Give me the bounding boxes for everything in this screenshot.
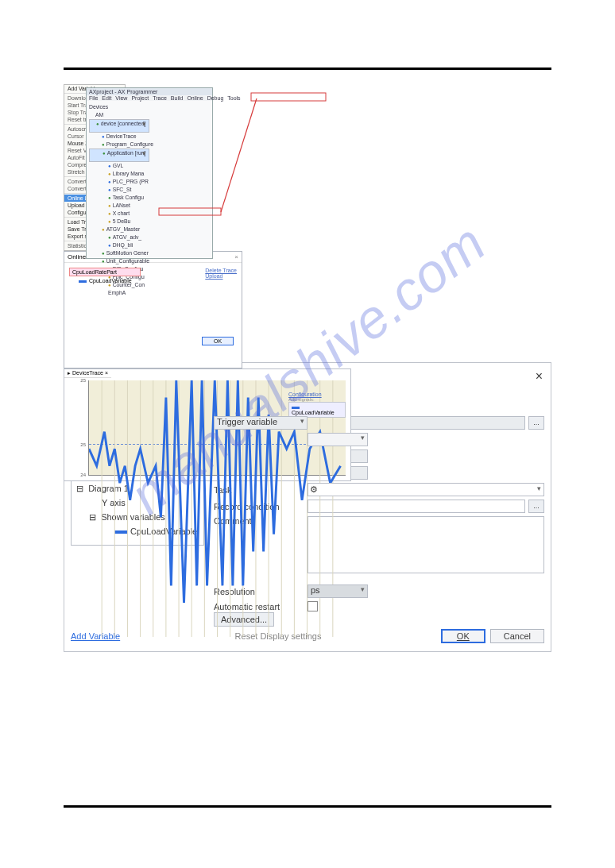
- online-list-item[interactable]: CpuLoadRatePart: [69, 268, 141, 276]
- browse-button[interactable]: ...: [528, 500, 544, 513]
- tree-item[interactable]: device [connected]: [89, 119, 149, 133]
- menu-item[interactable]: Edit: [102, 95, 111, 101]
- trigger-variable-dropdown[interactable]: Trigger variable: [214, 416, 308, 430]
- task-dropdown[interactable]: ⚙▾: [308, 483, 544, 496]
- menu-item[interactable]: Tools: [227, 95, 240, 101]
- trace-config-link[interactable]: Configuration: [288, 392, 346, 397]
- menu-item[interactable]: Trace: [153, 95, 167, 101]
- online-list-sub: CpuLoadVariable: [79, 278, 132, 284]
- tree-item[interactable]: Task Configu: [89, 194, 210, 202]
- ide-panel: AXproject - AX Programmer FileEditViewPr…: [86, 87, 213, 259]
- tree-item[interactable]: DeviceTrace: [89, 133, 210, 141]
- close-icon[interactable]: ×: [536, 369, 543, 384]
- tree-item[interactable]: X chart: [89, 210, 210, 218]
- screenshot-collage: AXproject - AX Programmer FileEditViewPr…: [64, 84, 551, 338]
- tree-item[interactable]: SFC_St: [89, 186, 210, 194]
- tree-item[interactable]: Application [run]: [89, 149, 149, 162]
- tree-item[interactable]: PLC_PRG (PR: [89, 178, 210, 186]
- resolution-dropdown[interactable]: ps: [308, 584, 368, 598]
- menu-item[interactable]: Online: [187, 95, 203, 101]
- ok-button[interactable]: OK: [202, 337, 234, 345]
- menu-item[interactable]: File: [89, 95, 98, 101]
- online-list-dialog: Online List × CpuLoadRatePart CpuLoadVar…: [64, 251, 242, 368]
- tree-item[interactable]: SoftMotion Gener: [89, 249, 210, 257]
- ide-menubar[interactable]: FileEditViewProjectTraceBuildOnlineDebug…: [87, 95, 212, 101]
- svg-rect-2: [251, 93, 326, 101]
- cancel-button[interactable]: Cancel: [490, 629, 544, 643]
- tree-item[interactable]: ATGV_Master: [89, 226, 210, 233]
- menu-item[interactable]: Project: [131, 95, 149, 101]
- ide-title: AXproject - AX Programmer: [87, 88, 212, 95]
- tree-item[interactable]: Library Mana: [89, 170, 210, 178]
- trigger-edge-dropdown[interactable]: [308, 433, 368, 446]
- trace-variable-item[interactable]: CpuLoadVariable: [288, 402, 346, 418]
- tree-item[interactable]: Devices: [89, 103, 210, 111]
- trace-sidebar: Configuration Add signals: CpuLoadVariab…: [288, 392, 346, 418]
- upload-link[interactable]: Upload: [205, 273, 237, 279]
- tree-item[interactable]: LANset: [89, 202, 210, 210]
- tree-item[interactable]: ATGV_adv_: [89, 233, 210, 241]
- close-icon[interactable]: ×: [234, 253, 238, 260]
- tree-item[interactable]: DHQ_bli: [89, 241, 210, 249]
- device-trace-tab[interactable]: ▸ DeviceTrace ×: [64, 369, 111, 378]
- browse-button[interactable]: ...: [528, 416, 544, 430]
- tree-item[interactable]: 5 DeBu: [89, 218, 210, 226]
- tree-item[interactable]: GVL: [89, 162, 210, 170]
- tree-item[interactable]: Program_Configure: [89, 141, 210, 149]
- menu-item[interactable]: View: [115, 95, 127, 101]
- menu-item[interactable]: Debug: [207, 95, 224, 101]
- close-icon[interactable]: ×: [105, 370, 108, 376]
- svg-line-0: [221, 98, 257, 212]
- device-trace-panel: ▸ DeviceTrace × 25 25 24 Configuration A…: [64, 368, 351, 481]
- tree-item[interactable]: AM: [89, 111, 210, 119]
- menu-item[interactable]: Build: [171, 95, 184, 101]
- delete-trace-link[interactable]: Delete Trace: [205, 268, 237, 273]
- ok-button[interactable]: OK: [441, 629, 485, 643]
